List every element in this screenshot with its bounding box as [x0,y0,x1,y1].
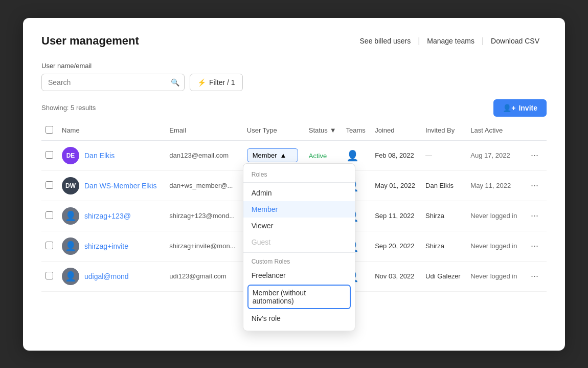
status-sort-icon[interactable]: ▼ [330,126,336,134]
filter-btn-label: Filter / 1 [209,78,235,86]
col-last-active: Last Active [466,121,524,141]
select-all-checkbox[interactable] [46,126,53,134]
last-active-cell: Never logged in [466,231,524,261]
user-name-link[interactable]: Dan WS-Member Elkis [84,182,157,190]
dropdown-item-member[interactable]: Member [243,201,355,218]
joined-cell: Feb 08, 2022 [371,140,421,170]
row-checkbox-cell [41,201,58,231]
joined-cell: Sep 11, 2022 [371,201,421,231]
more-actions-btn[interactable]: ··· [528,239,541,253]
avatar: DW [62,177,79,194]
invited-by-cell: Shirza [421,201,466,231]
row-checkbox-cell [41,140,58,170]
row-checkbox-cell [41,261,58,291]
controls-row: 🔍 ⚡ Filter / 1 [41,74,547,91]
name-cell: DE Dan Elkis [58,140,165,170]
roles-divider [243,182,355,183]
manage-teams-link[interactable]: Manage teams [420,37,482,45]
more-actions-btn[interactable]: ··· [528,148,541,163]
user-name-link[interactable]: shirzag+123@ [84,212,131,220]
more-actions-btn[interactable]: ··· [528,269,541,284]
results-row: Showing: 5 results 👤+ Invite [41,99,547,117]
joined-cell: Nov 03, 2022 [371,261,421,291]
more-cell: ··· [524,231,547,261]
row-checkbox[interactable] [46,211,53,219]
user-name-link[interactable]: Dan Elkis [84,151,115,160]
more-actions-btn[interactable]: ··· [528,208,541,223]
invite-button[interactable]: 👤+ Invite [493,99,547,117]
teams-icon: 👤 [346,150,359,161]
avatar: 👤 [62,207,79,225]
table-row: DE Dan Elkis dan123@email.com Member ▲ R… [41,140,547,170]
download-csv-link[interactable]: Download CSV [484,37,547,45]
joined-cell: Sep 20, 2022 [371,231,421,261]
dropdown-item-admin[interactable]: Admin [243,185,355,201]
email-cell: dan+ws_member@... [165,170,242,201]
dropdown-item-freelancer[interactable]: Freelancer [243,267,355,284]
status-badge: Active [309,152,327,160]
row-checkbox[interactable] [46,242,53,249]
col-teams: Teams [342,121,371,141]
avatar: DE [62,147,79,164]
row-checkbox[interactable] [46,181,53,189]
filters-section: User name/email 🔍 ⚡ Filter / 1 [41,62,547,91]
more-cell: ··· [524,261,547,291]
more-actions-btn[interactable]: ··· [528,178,541,193]
joined-cell: May 01, 2022 [371,170,421,201]
chevron-up-icon: ▲ [280,151,286,159]
more-cell: ··· [524,201,547,231]
user-name-link[interactable]: udigal@mond [84,272,129,280]
custom-roles-divider [243,252,355,253]
invited-by-cell: — [421,140,466,170]
invited-by-cell: Shirza [421,231,466,261]
user-type-dropdown: Roles Admin Member Viewer Guest Custom R… [243,163,355,331]
search-wrapper: 🔍 [41,74,185,91]
last-active-cell: Never logged in [466,201,524,231]
user-type-label: Member [253,151,277,159]
dropdown-item-viewer[interactable]: Viewer [243,218,355,234]
filter-label: User name/email [41,62,547,70]
name-cell: DW Dan WS-Member Elkis [58,170,165,201]
email-cell: shirzag+invite@mon... [165,231,242,261]
filter-button[interactable]: ⚡ Filter / 1 [190,74,243,91]
email-cell: dan123@email.com [165,140,242,170]
dropdown-item-niv-role[interactable]: Niv's role [243,310,355,327]
email-cell: shirzag+123@mond... [165,201,242,231]
invited-by-cell: Dan Elkis [421,170,466,201]
row-checkbox-cell [41,231,58,261]
invite-icon: 👤+ [503,104,515,112]
page-header: User management See billed users | Manag… [41,34,547,48]
search-input[interactable] [41,74,185,91]
col-email: Email [165,121,242,141]
dropdown-item-member-no-auto[interactable]: Member (without automations) [247,285,351,309]
last-active-cell: May 11, 2022 [466,170,524,201]
last-active-cell: Never logged in [466,261,524,291]
user-name-link[interactable]: shirzag+invite [84,242,128,250]
last-active-cell: Aug 17, 2022 [466,140,524,170]
row-checkbox[interactable] [46,272,53,279]
see-billed-users-link[interactable]: See billed users [353,37,418,45]
user-management-card: User management See billed users | Manag… [23,18,565,351]
row-checkbox[interactable] [46,151,53,159]
dropdown-item-guest: Guest [243,234,355,250]
custom-roles-label: Custom Roles [243,255,355,267]
results-count: Showing: 5 results [41,104,96,112]
page-title: User management [41,34,139,48]
table-header-row: Name Email User Type Status ▼ Teams Join… [41,121,547,141]
avatar: 👤 [62,268,79,285]
invite-label: Invite [518,104,537,112]
name-cell: 👤 udigal@mond [58,261,165,291]
user-type-dropdown-btn[interactable]: Member ▲ [247,148,298,162]
avatar: 👤 [62,237,79,255]
more-cell: ··· [524,140,547,170]
filter-icon: ⚡ [197,78,206,86]
col-invited-by: Invited By [421,121,466,141]
roles-section-label: Roles [243,168,355,180]
col-actions [524,121,547,141]
col-status: Status ▼ [305,121,342,141]
users-table: Name Email User Type Status ▼ Teams Join… [41,121,547,292]
user-type-cell: Member ▲ Roles Admin Member Viewer Guest… [243,140,305,170]
col-name: Name [58,121,165,141]
select-all-cell [41,121,58,141]
col-user-type: User Type [243,121,305,141]
